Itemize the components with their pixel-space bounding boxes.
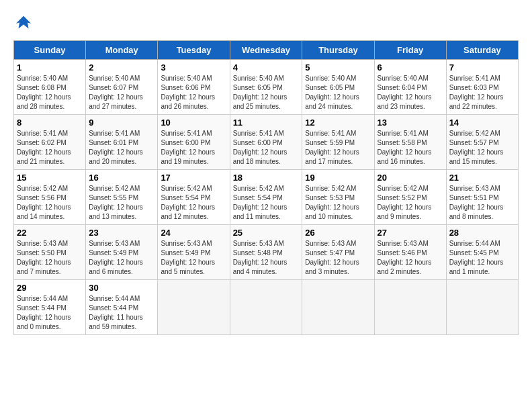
day-number: 24 [161, 228, 226, 238]
day-info: Sunrise: 5:42 AM Sunset: 5:56 PM Dayligh… [17, 184, 83, 222]
day-info: Sunrise: 5:40 AM Sunset: 6:06 PM Dayligh… [161, 74, 226, 111]
calendar-week-3: 15Sunrise: 5:42 AM Sunset: 5:56 PM Dayli… [14, 170, 519, 225]
logo [13, 13, 36, 34]
day-number: 16 [89, 173, 154, 183]
calendar-cell: 30Sunrise: 5:44 AM Sunset: 5:44 PM Dayli… [86, 280, 158, 335]
calendar-week-4: 22Sunrise: 5:43 AM Sunset: 5:50 PM Dayli… [14, 225, 519, 280]
day-info: Sunrise: 5:43 AM Sunset: 5:48 PM Dayligh… [233, 239, 300, 277]
calendar-cell: 17Sunrise: 5:42 AM Sunset: 5:54 PM Dayli… [158, 170, 230, 225]
day-number: 14 [449, 118, 515, 128]
day-info: Sunrise: 5:41 AM Sunset: 5:58 PM Dayligh… [378, 129, 443, 167]
calendar-cell: 12Sunrise: 5:41 AM Sunset: 5:59 PM Dayli… [302, 115, 374, 170]
day-number: 5 [305, 62, 371, 73]
day-info: Sunrise: 5:40 AM Sunset: 6:08 PM Dayligh… [17, 74, 83, 111]
weekday-header-row: SundayMondayTuesdayWednesdayThursdayFrid… [14, 41, 519, 60]
calendar-cell [158, 280, 230, 335]
calendar-cell: 18Sunrise: 5:42 AM Sunset: 5:54 PM Dayli… [230, 170, 302, 225]
calendar-cell: 13Sunrise: 5:41 AM Sunset: 5:58 PM Dayli… [374, 115, 446, 170]
calendar-cell: 8Sunrise: 5:41 AM Sunset: 6:02 PM Daylig… [14, 115, 86, 170]
day-info: Sunrise: 5:42 AM Sunset: 5:54 PM Dayligh… [161, 184, 226, 222]
day-info: Sunrise: 5:42 AM Sunset: 5:55 PM Dayligh… [89, 184, 154, 222]
calendar-cell: 14Sunrise: 5:42 AM Sunset: 5:57 PM Dayli… [446, 115, 518, 170]
day-info: Sunrise: 5:43 AM Sunset: 5:51 PM Dayligh… [449, 184, 515, 222]
day-info: Sunrise: 5:44 AM Sunset: 5:44 PM Dayligh… [17, 294, 83, 332]
day-info: Sunrise: 5:40 AM Sunset: 6:04 PM Dayligh… [378, 74, 443, 111]
logo-icon [13, 13, 34, 34]
calendar-cell: 27Sunrise: 5:43 AM Sunset: 5:46 PM Dayli… [374, 225, 446, 280]
calendar-cell: 16Sunrise: 5:42 AM Sunset: 5:55 PM Dayli… [86, 170, 158, 225]
calendar-week-2: 8Sunrise: 5:41 AM Sunset: 6:02 PM Daylig… [14, 115, 519, 170]
calendar-cell: 20Sunrise: 5:42 AM Sunset: 5:52 PM Dayli… [374, 170, 446, 225]
calendar-cell [446, 280, 518, 335]
day-number: 28 [449, 228, 515, 238]
day-info: Sunrise: 5:41 AM Sunset: 6:02 PM Dayligh… [17, 129, 83, 167]
calendar-week-1: 1Sunrise: 5:40 AM Sunset: 6:08 PM Daylig… [14, 60, 519, 115]
day-number: 6 [378, 62, 443, 73]
calendar-cell: 24Sunrise: 5:43 AM Sunset: 5:49 PM Dayli… [158, 225, 230, 280]
day-number: 13 [378, 118, 443, 128]
weekday-header-thursday: Thursday [302, 41, 374, 60]
calendar-cell: 7Sunrise: 5:41 AM Sunset: 6:03 PM Daylig… [446, 60, 518, 115]
calendar-cell: 28Sunrise: 5:44 AM Sunset: 5:45 PM Dayli… [446, 225, 518, 280]
day-info: Sunrise: 5:42 AM Sunset: 5:57 PM Dayligh… [449, 129, 515, 167]
day-number: 12 [305, 118, 371, 128]
day-number: 15 [17, 173, 83, 183]
weekday-header-wednesday: Wednesday [230, 41, 302, 60]
calendar-cell: 23Sunrise: 5:43 AM Sunset: 5:49 PM Dayli… [86, 225, 158, 280]
calendar-cell: 3Sunrise: 5:40 AM Sunset: 6:06 PM Daylig… [158, 60, 230, 115]
calendar-cell: 5Sunrise: 5:40 AM Sunset: 6:05 PM Daylig… [302, 60, 374, 115]
day-number: 23 [89, 228, 154, 238]
day-number: 10 [161, 118, 226, 128]
day-info: Sunrise: 5:43 AM Sunset: 5:50 PM Dayligh… [17, 239, 83, 277]
day-number: 4 [233, 62, 300, 73]
day-info: Sunrise: 5:41 AM Sunset: 6:00 PM Dayligh… [161, 129, 226, 167]
day-number: 26 [305, 228, 371, 238]
calendar-cell [374, 280, 446, 335]
calendar-cell: 22Sunrise: 5:43 AM Sunset: 5:50 PM Dayli… [14, 225, 86, 280]
calendar-cell: 4Sunrise: 5:40 AM Sunset: 6:05 PM Daylig… [230, 60, 302, 115]
day-number: 19 [305, 173, 371, 183]
day-info: Sunrise: 5:41 AM Sunset: 6:03 PM Dayligh… [449, 74, 515, 111]
weekday-header-sunday: Sunday [14, 41, 86, 60]
calendar-cell: 6Sunrise: 5:40 AM Sunset: 6:04 PM Daylig… [374, 60, 446, 115]
calendar-cell: 15Sunrise: 5:42 AM Sunset: 5:56 PM Dayli… [14, 170, 86, 225]
day-info: Sunrise: 5:42 AM Sunset: 5:54 PM Dayligh… [233, 184, 300, 222]
svg-marker-0 [16, 16, 32, 29]
calendar-cell: 2Sunrise: 5:40 AM Sunset: 6:07 PM Daylig… [86, 60, 158, 115]
day-number: 7 [449, 62, 515, 73]
calendar-cell: 21Sunrise: 5:43 AM Sunset: 5:51 PM Dayli… [446, 170, 518, 225]
day-info: Sunrise: 5:41 AM Sunset: 5:59 PM Dayligh… [305, 129, 371, 167]
day-info: Sunrise: 5:40 AM Sunset: 6:05 PM Dayligh… [305, 74, 371, 111]
day-info: Sunrise: 5:44 AM Sunset: 5:45 PM Dayligh… [449, 239, 515, 277]
calendar-cell: 26Sunrise: 5:43 AM Sunset: 5:47 PM Dayli… [302, 225, 374, 280]
calendar-cell: 9Sunrise: 5:41 AM Sunset: 6:01 PM Daylig… [86, 115, 158, 170]
calendar-cell: 10Sunrise: 5:41 AM Sunset: 6:00 PM Dayli… [158, 115, 230, 170]
day-number: 29 [17, 283, 83, 293]
day-info: Sunrise: 5:43 AM Sunset: 5:46 PM Dayligh… [378, 239, 443, 277]
day-info: Sunrise: 5:41 AM Sunset: 6:01 PM Dayligh… [89, 129, 154, 167]
day-info: Sunrise: 5:41 AM Sunset: 6:00 PM Dayligh… [233, 129, 300, 167]
day-number: 22 [17, 228, 83, 238]
calendar-cell: 25Sunrise: 5:43 AM Sunset: 5:48 PM Dayli… [230, 225, 302, 280]
day-number: 1 [17, 62, 83, 73]
day-info: Sunrise: 5:40 AM Sunset: 6:07 PM Dayligh… [89, 74, 154, 111]
day-info: Sunrise: 5:42 AM Sunset: 5:52 PM Dayligh… [378, 184, 443, 222]
day-number: 27 [378, 228, 443, 238]
day-info: Sunrise: 5:40 AM Sunset: 6:05 PM Dayligh… [233, 74, 300, 111]
day-number: 17 [161, 173, 226, 183]
day-number: 21 [449, 173, 515, 183]
weekday-header-tuesday: Tuesday [158, 41, 230, 60]
weekday-header-saturday: Saturday [446, 41, 518, 60]
calendar-week-5: 29Sunrise: 5:44 AM Sunset: 5:44 PM Dayli… [14, 280, 519, 335]
day-number: 18 [233, 173, 300, 183]
day-info: Sunrise: 5:43 AM Sunset: 5:49 PM Dayligh… [161, 239, 226, 277]
day-number: 2 [89, 62, 154, 73]
day-info: Sunrise: 5:43 AM Sunset: 5:49 PM Dayligh… [89, 239, 154, 277]
day-number: 11 [233, 118, 300, 128]
day-info: Sunrise: 5:43 AM Sunset: 5:47 PM Dayligh… [305, 239, 371, 277]
day-number: 25 [233, 228, 300, 238]
calendar-cell: 1Sunrise: 5:40 AM Sunset: 6:08 PM Daylig… [14, 60, 86, 115]
calendar-table: SundayMondayTuesdayWednesdayThursdayFrid… [13, 40, 519, 335]
day-number: 20 [378, 173, 443, 183]
calendar-cell [302, 280, 374, 335]
